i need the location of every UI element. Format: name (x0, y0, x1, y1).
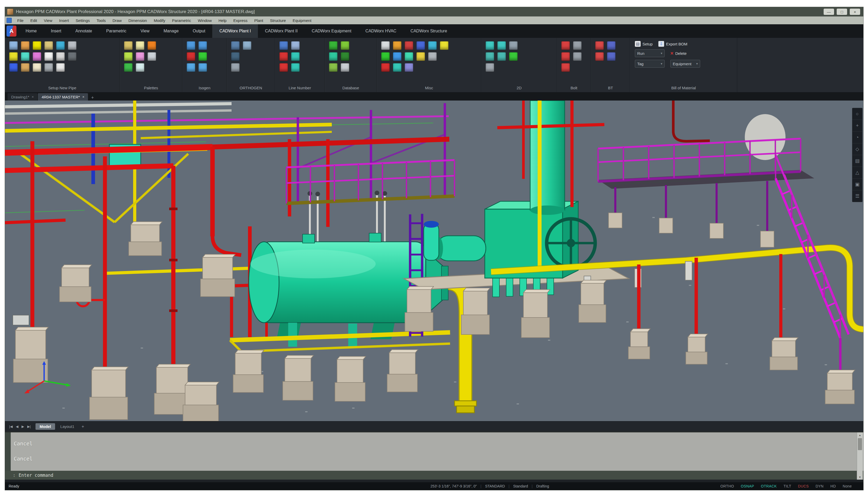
menu-item-plant[interactable]: Plant (251, 16, 267, 24)
ribbon-tool-icon[interactable] (124, 63, 133, 72)
ribbon-tool-icon[interactable] (198, 52, 207, 61)
measure-icon[interactable]: △ (852, 167, 862, 178)
workspace-indicator[interactable]: Drafting (536, 484, 549, 488)
ribbon-tool-icon[interactable] (279, 41, 288, 50)
scroll-down-icon[interactable]: ▼ (857, 474, 863, 480)
ribbon-tool-icon[interactable] (44, 41, 53, 50)
layout-nav-icon[interactable]: ▶ (20, 424, 25, 429)
section-icon[interactable]: ▣ (852, 178, 862, 190)
ribbon-tool-icon[interactable] (428, 41, 437, 50)
ribbon-tool-icon[interactable] (124, 52, 133, 61)
ribbon-tool-icon[interactable] (291, 52, 300, 61)
ribbon-tool-icon[interactable] (33, 52, 41, 61)
add-layout-button[interactable]: + (79, 424, 86, 429)
new-drawing-tab-button[interactable]: + (89, 95, 97, 100)
ribbon-tool-icon[interactable] (405, 63, 413, 72)
ribbon-tool-icon[interactable] (440, 41, 448, 50)
menu-item-view[interactable]: View (40, 16, 56, 24)
menu-item-parametric[interactable]: Parametric (169, 16, 194, 24)
ribbon-tool-icon[interactable] (497, 41, 506, 50)
ribbon-tool-icon[interactable] (486, 63, 494, 72)
ribbon-tool-icon[interactable] (68, 41, 76, 50)
drawing-tab[interactable]: 4R04-1337 MASTER*× (38, 93, 88, 100)
bom-tag-dropdown[interactable]: Tag▾ (635, 60, 664, 68)
ribbon-tool-icon[interactable] (393, 63, 402, 72)
ribbon-tool-icon[interactable] (573, 41, 582, 50)
ribbon-tool-icon[interactable] (329, 63, 337, 72)
layout-nav-icon[interactable]: |◀ (7, 424, 14, 429)
ribbon-tool-icon[interactable] (56, 41, 65, 50)
scroll-up-icon[interactable]: ▲ (857, 432, 863, 438)
pan-icon[interactable]: + (852, 120, 862, 132)
ribbon-tool-icon[interactable] (21, 63, 30, 72)
ribbon-tool-icon[interactable] (33, 41, 41, 50)
ribbon-tool-icon[interactable] (509, 52, 518, 61)
menu-item-dimension[interactable]: Dimension (125, 16, 150, 24)
ribbon-tool-icon[interactable] (187, 52, 195, 61)
ribbon-tool-icon[interactable] (393, 52, 402, 61)
menu-item-insert[interactable]: Insert (56, 16, 72, 24)
layers-icon[interactable]: ▤ (852, 155, 862, 167)
ribbon-tool-icon[interactable] (573, 52, 582, 61)
ribbon-tool-icon[interactable] (381, 41, 390, 50)
ribbon-tool-icon[interactable] (341, 52, 349, 61)
ribbon-tool-icon[interactable] (279, 63, 288, 72)
ribbon-tool-icon[interactable] (136, 41, 144, 50)
status-toggle-ducs[interactable]: DUCS (798, 484, 809, 488)
ribbon-tool-icon[interactable] (9, 63, 18, 72)
ribbon-tab-cadworx-plant-ii[interactable]: CADWorx Plant II (258, 24, 305, 38)
status-toggle-tilt[interactable]: TILT (784, 484, 791, 488)
ribbon-tool-icon[interactable] (381, 52, 390, 61)
ribbon-tool-icon[interactable] (148, 41, 156, 50)
ribbon-tab-home[interactable]: Home (19, 24, 44, 38)
status-toggle-dyn[interactable]: DYN (815, 484, 824, 488)
textstyle-indicator[interactable]: Standard (513, 484, 528, 488)
layout-tab-layout1[interactable]: Layout1 (56, 423, 78, 430)
ribbon-tool-icon[interactable] (341, 63, 349, 72)
menu-item-file[interactable]: File (14, 16, 27, 24)
layout-nav-icon[interactable]: ▶| (25, 424, 32, 429)
ribbon-tool-icon[interactable] (68, 52, 76, 61)
ribbon-tool-icon[interactable] (187, 63, 195, 72)
ribbon-tool-icon[interactable] (561, 41, 570, 50)
menu-item-draw[interactable]: Draw (109, 16, 125, 24)
close-button[interactable]: × (850, 8, 860, 15)
menu-item-express[interactable]: Express (230, 16, 251, 24)
ribbon-tab-parametric[interactable]: Parametric (99, 24, 133, 38)
ribbon-tool-icon[interactable] (187, 41, 195, 50)
minimize-button[interactable]: — (824, 8, 834, 15)
status-toggle-otrack[interactable]: OTRACK (761, 484, 777, 488)
ribbon-tool-icon[interactable] (231, 41, 240, 50)
bom-setup-button[interactable]: ▤ Setup (635, 41, 653, 47)
ribbon-tool-icon[interactable] (56, 63, 65, 72)
ribbon-tool-icon[interactable] (136, 63, 144, 72)
ribbon-tool-icon[interactable] (497, 52, 506, 61)
ribbon-tool-icon[interactable] (198, 63, 207, 72)
ribbon-tool-icon[interactable] (486, 41, 494, 50)
ribbon-tool-icon[interactable] (405, 41, 413, 50)
ribbon-tool-icon[interactable] (231, 52, 240, 61)
menu-item-equipment[interactable]: Equipment (289, 16, 315, 24)
ribbon-tab-view[interactable]: View (133, 24, 156, 38)
ribbon-tool-icon[interactable] (231, 63, 240, 72)
ribbon-tool-icon[interactable] (595, 52, 604, 61)
bom-delete-button[interactable]: × Delete (670, 51, 687, 56)
model-viewport[interactable]: ○+◔◇▤△▣☰ (5, 100, 863, 421)
command-prompt[interactable]: : Enter command (5, 471, 863, 480)
bom-run-dropdown[interactable]: Run▾ (635, 49, 664, 57)
ribbon-tool-icon[interactable] (607, 52, 616, 61)
orbit-icon[interactable]: ◔ (852, 132, 862, 143)
ribbon-tool-icon[interactable] (56, 52, 65, 61)
ribbon-tool-icon[interactable] (279, 52, 288, 61)
ribbon-tab-cadworx-structure[interactable]: CADWorx Structure (403, 24, 454, 38)
ribbon-tab-insert[interactable]: Insert (44, 24, 69, 38)
ribbon-tool-icon[interactable] (405, 52, 413, 61)
ribbon-tool-icon[interactable] (124, 41, 133, 50)
status-toggle-osnap[interactable]: OSNAP (741, 484, 754, 488)
command-window[interactable]: CancelCancel : Enter command ▲ ▼ (5, 432, 863, 480)
ribbon-tool-icon[interactable] (329, 41, 337, 50)
ribbon-tool-icon[interactable] (607, 41, 616, 50)
menu-item-help[interactable]: Help (215, 16, 230, 24)
ribbon-tab-cadworx-hvac[interactable]: CADWorx HVAC (359, 24, 404, 38)
bom-equipment-dropdown[interactable]: Equipment▾ (670, 60, 700, 68)
